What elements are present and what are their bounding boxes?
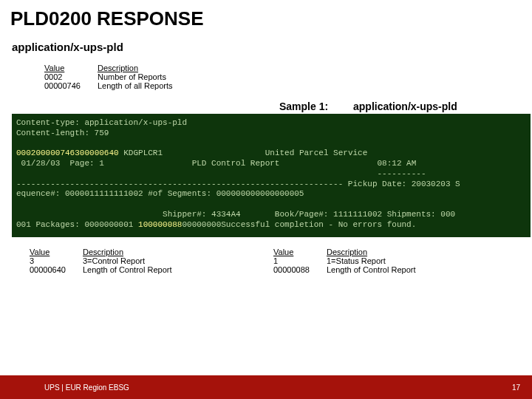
content-type-subtitle: application/x-ups-pld <box>12 41 532 53</box>
code-line: Content-length: 759 <box>16 129 109 137</box>
bottom-left-table: Value Description 3 3=Control Report 000… <box>30 248 273 274</box>
bottom-tables: Value Description 3 3=Control Report 000… <box>30 248 532 274</box>
hl-len-all: 00000746 <box>35 149 75 157</box>
footer-left: UPS | EUR Region EBSG <box>44 383 129 392</box>
hl-status-code: 1 <box>138 220 143 229</box>
code-line: Shipper#: 4334A4 Book/Page#: 1111111002 … <box>16 210 455 219</box>
cell-description: 1=Status Report <box>327 256 437 265</box>
code-line: KDGPLCR1 United Parcel Service <box>119 149 368 157</box>
table-row: 00000088 Length of Control Report <box>273 265 517 274</box>
cell-value: 00000640 <box>30 265 83 274</box>
table-row: 00000746 Length of all Reports <box>44 81 532 90</box>
hl-num-reports: 0002 <box>16 149 35 157</box>
table-row: 3 3=Control Report <box>30 256 273 265</box>
page-title: PLD0200 RESPONSE <box>10 7 532 30</box>
table-row: 00000640 Length of Control Report <box>30 265 273 274</box>
code-line: 01/28/03 Page: 1 PLD Control Report 08:1… <box>16 159 416 168</box>
bottom-right-table: Value Description 1 1=Status Report 0000… <box>273 248 517 274</box>
sample-heading: Sample 1: application/x-ups-pld <box>0 100 532 112</box>
code-line: equence#: 0000011111111002 #of Segments:… <box>16 189 304 198</box>
hl-ctrl-len: 00000640 <box>80 149 119 157</box>
cell-value: 1 <box>273 256 327 265</box>
cell-description: Length of all Reports <box>98 81 208 90</box>
cell-description: Length of Control Report <box>83 265 194 274</box>
cell-value: 00000746 <box>44 81 98 90</box>
table-row: 1 1=Status Report <box>273 256 517 265</box>
code-line: ----------------------------------------… <box>16 180 460 188</box>
cell-value: 3 <box>30 256 83 265</box>
col-header-description: Description <box>98 64 208 72</box>
cell-value: 00000088 <box>273 265 327 274</box>
cell-description: Number of Reports <box>98 72 208 81</box>
sample-value: application/x-ups-pld <box>353 100 457 112</box>
footer-bar: UPS | EUR Region EBSG 17 <box>0 375 532 399</box>
code-line: 001 Packages: 0000000001 <box>16 220 138 229</box>
col-header-value: Value <box>273 248 327 256</box>
hl-status-len: 00000088 <box>143 220 183 229</box>
col-header-description: Description <box>83 248 194 256</box>
cell-description: Length of Control Report <box>327 265 437 274</box>
col-header-value: Value <box>44 64 98 72</box>
col-header-value: Value <box>30 248 83 256</box>
code-line: ---------- <box>16 169 426 178</box>
cell-value: 0002 <box>44 72 98 81</box>
cell-description: 3=Control Report <box>83 256 194 265</box>
footer-page-number: 17 <box>512 383 520 392</box>
code-line: 00000000Successful completion - No error… <box>182 220 416 229</box>
sample-label: Sample 1: <box>279 100 353 112</box>
top-value-table: Value Description 0002 Number of Reports… <box>44 64 532 90</box>
table-row: 0002 Number of Reports <box>44 72 532 81</box>
code-line: Content-type: application/x-ups-pld <box>16 118 187 127</box>
col-header-description: Description <box>327 248 437 256</box>
hl-ctrl-code: 3 <box>75 149 80 157</box>
response-code-block: Content-type: application/x-ups-pld Cont… <box>12 114 531 237</box>
